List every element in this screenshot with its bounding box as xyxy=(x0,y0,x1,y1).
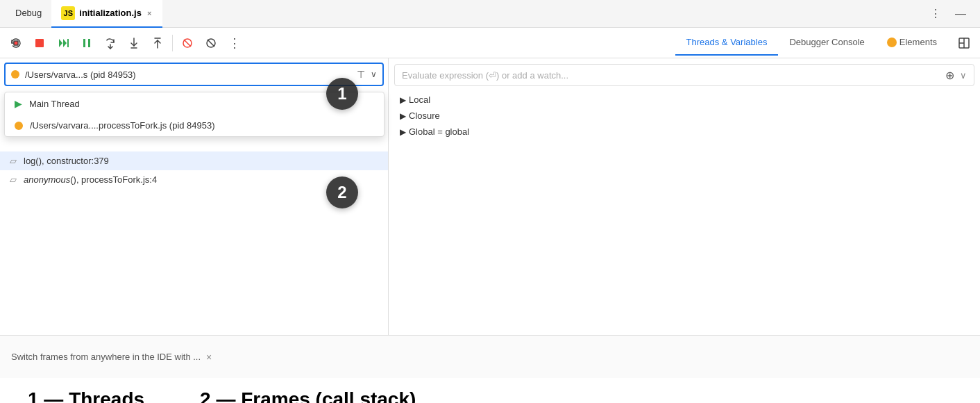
play-icon: ▶ xyxy=(15,98,22,109)
badge-2: 2 xyxy=(326,176,358,208)
closure-label: Closure xyxy=(409,110,440,121)
tab-bar: Debug JS initialization.js × ⋮ — xyxy=(0,0,980,28)
tab-debug-label: Debug xyxy=(15,8,42,18)
caption-item-2: 2 — Frames (call stack) xyxy=(200,388,416,403)
expression-bar[interactable]: Evaluate expression (⏎) or add a watch..… xyxy=(394,64,974,86)
layout-icon-button[interactable] xyxy=(954,33,974,54)
tab-close-button[interactable]: × xyxy=(146,8,153,19)
restart-frame-button[interactable] xyxy=(6,33,26,54)
frame-label-1: log(), constructor:379 xyxy=(24,156,109,166)
tab-elements[interactable]: Elements xyxy=(876,31,948,56)
badge-1: 1 xyxy=(326,78,358,110)
thread-chevron-icon[interactable]: ∨ xyxy=(371,69,377,79)
thread-selector-label: /Users/varva...s (pid 84953) xyxy=(25,69,351,80)
expression-placeholder: Evaluate expression (⏎) or add a watch..… xyxy=(402,70,568,81)
frame-item-log[interactable]: ▱ log(), constructor:379 xyxy=(0,151,388,170)
var-section-global[interactable]: ▶ Global = global xyxy=(394,124,974,140)
closure-chevron-icon: ▶ xyxy=(400,111,406,121)
svg-line-17 xyxy=(208,40,214,47)
stop-button[interactable] xyxy=(29,33,50,54)
var-section-local[interactable]: ▶ Local xyxy=(394,92,974,108)
clear-all-button[interactable] xyxy=(201,33,221,54)
resume-button[interactable] xyxy=(53,33,74,54)
debug-toolbar: ⋮ Threads & Variables Debugger Console E… xyxy=(0,28,980,58)
tab-debugger-console[interactable]: Debugger Console xyxy=(778,31,875,56)
main-content: /Users/varva...s (pid 84953) ⊤ ∨ ▶ Main … xyxy=(0,58,980,335)
step-into-button[interactable] xyxy=(124,33,144,54)
toolbar-more-button[interactable]: ⋮ xyxy=(224,31,245,55)
tab-debug[interactable]: Debug xyxy=(6,0,51,28)
bottom-message: Switch frames from anywhere in the IDE w… xyxy=(11,352,201,362)
filter-icon[interactable]: ⊤ xyxy=(357,69,365,80)
threads-variables-label: Threads & Variables xyxy=(686,37,768,47)
process-dot-icon xyxy=(15,122,23,130)
add-watch-button[interactable]: ⊕ xyxy=(945,69,954,82)
elements-label: Elements xyxy=(899,37,937,47)
caption-item-1: 1 — Threads xyxy=(28,388,144,403)
minimize-button[interactable]: — xyxy=(952,5,969,23)
pause-button[interactable] xyxy=(76,33,97,54)
svg-marker-3 xyxy=(63,39,67,47)
right-panel: Evaluate expression (⏎) or add a watch..… xyxy=(389,58,980,335)
mute-breakpoints-button[interactable] xyxy=(177,33,198,54)
expression-chevron[interactable]: ∨ xyxy=(960,70,967,81)
tab-bar-right: ⋮ — xyxy=(927,4,974,23)
local-chevron-icon: ▶ xyxy=(400,95,406,105)
variables-section: ▶ Local ▶ Closure ▶ Global = global xyxy=(394,92,974,140)
tab-initialization[interactable]: JS initialization.js × xyxy=(51,0,162,28)
local-label: Local xyxy=(409,94,430,105)
step-over-button[interactable] xyxy=(100,33,121,54)
svg-line-15 xyxy=(184,40,191,47)
svg-rect-0 xyxy=(14,41,18,45)
caption-area: 1 — Threads 2 — Frames (call stack) xyxy=(0,378,980,403)
tab-threads-variables[interactable]: Threads & Variables xyxy=(675,31,779,56)
frame-stack-icon-1: ▱ xyxy=(10,156,17,166)
bottom-bar: Switch frames from anywhere in the IDE w… xyxy=(0,335,980,378)
svg-rect-5 xyxy=(83,39,85,47)
dropdown-process-label: /Users/varvara....processToFork.js (pid … xyxy=(30,120,215,131)
dropdown-item-process[interactable]: /Users/varvara....processToFork.js (pid … xyxy=(5,115,384,136)
global-chevron-icon: ▶ xyxy=(400,127,406,137)
svg-rect-6 xyxy=(88,39,90,47)
toolbar-separator xyxy=(172,35,173,51)
bottom-close-button[interactable]: × xyxy=(206,352,212,363)
var-section-closure[interactable]: ▶ Closure xyxy=(394,108,974,124)
thread-status-dot xyxy=(11,70,19,79)
js-icon: JS xyxy=(61,6,75,20)
tab-bar-left: Debug JS initialization.js × xyxy=(6,0,162,28)
elements-dot-icon xyxy=(887,38,897,47)
svg-rect-1 xyxy=(35,39,44,47)
tab-file-label: initialization.js xyxy=(79,8,142,18)
thread-selector[interactable]: /Users/varva...s (pid 84953) ⊤ ∨ xyxy=(4,63,384,86)
debugger-console-label: Debugger Console xyxy=(789,37,864,47)
panel-tabs-inline: Threads & Variables Debugger Console Ele… xyxy=(675,31,974,56)
svg-rect-4 xyxy=(67,39,69,47)
frame-label-2: anonymous(), processToFork.js:4 xyxy=(24,174,157,185)
more-options-button[interactable]: ⋮ xyxy=(927,4,944,23)
dropdown-main-thread-label: Main Thread xyxy=(29,99,80,109)
frame-stack-icon-2: ▱ xyxy=(10,174,17,185)
svg-marker-2 xyxy=(59,39,62,47)
global-label: Global = global xyxy=(409,126,469,137)
step-out-button[interactable] xyxy=(147,33,168,54)
